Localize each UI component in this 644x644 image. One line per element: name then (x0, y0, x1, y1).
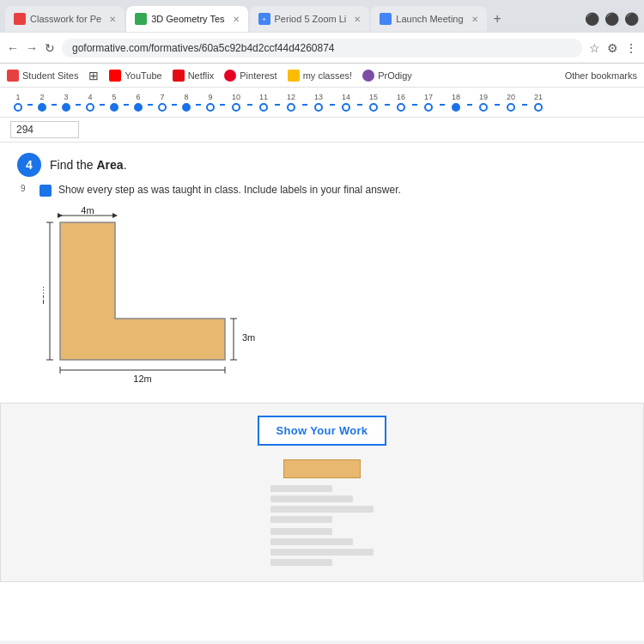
question-instruction: Show every step as was taught in class. … (58, 184, 401, 196)
question-number-circle: 4 (17, 153, 41, 177)
maximize-icon[interactable]: ⚫ (605, 12, 619, 26)
prodigy-icon (362, 70, 374, 82)
question-instruction-row: 9 Show every step as was taught in class… (17, 184, 627, 197)
question-title-bold: Area (96, 158, 123, 172)
tab-label-period5: Period 5 Zoom Li (275, 14, 347, 24)
tab-period5[interactable]: + Period 5 Zoom Li ✕ (250, 6, 370, 32)
q-nav-2[interactable]: 2 (34, 93, 50, 112)
refresh-button[interactable]: ↻ (45, 41, 55, 55)
mini-field-3 (270, 506, 374, 513)
mini-field-8 (270, 559, 332, 566)
q-nav-10[interactable]: 10 (227, 93, 246, 112)
l-shape-polygon (60, 222, 225, 360)
shape-diagram: 4m 10m 3m 12m (43, 205, 283, 394)
tab-close-geometry[interactable]: ✕ (233, 15, 240, 24)
tab-label-geometry: 3D Geometry Tes (151, 14, 224, 24)
sub-number: 9 (21, 184, 33, 193)
apps-grid-icon: ⊞ (88, 69, 99, 82)
window-controls: ⚫ ⚫ ⚫ (585, 12, 639, 26)
myclasses-icon (288, 70, 300, 82)
q-nav-7[interactable]: 7 (155, 93, 170, 112)
bookmark-netflix[interactable]: Netflix (173, 70, 215, 82)
netflix-icon (173, 70, 185, 82)
q-nav-15[interactable]: 15 (364, 93, 383, 112)
bookmark-youtube[interactable]: YouTube (109, 70, 161, 82)
mini-field-7 (270, 549, 374, 556)
q-nav-13[interactable]: 13 (309, 93, 328, 112)
menu-icon[interactable]: ⋮ (625, 41, 637, 55)
q-nav-21[interactable]: 21 (529, 93, 548, 112)
q-nav-14[interactable]: 14 (337, 93, 355, 112)
top-width-label: 4m (81, 205, 94, 216)
mini-field-4 (270, 516, 332, 523)
mini-field-6 (270, 538, 353, 545)
address-icons: ☆ ⚙ ⋮ (589, 41, 637, 55)
bookmarks-bar: Student Sites ⊞ YouTube Netflix Pinteres… (0, 64, 644, 88)
question-title: Find the Area. (50, 158, 127, 172)
bookmark-label-youtube: YouTube (125, 70, 161, 81)
q-nav-5[interactable]: 5 (106, 93, 122, 112)
q-nav-17[interactable]: 17 (419, 93, 438, 112)
mini-shape-preview (283, 459, 361, 478)
bookmark-student-sites[interactable]: Student Sites (7, 70, 78, 82)
back-button[interactable]: ← (7, 41, 19, 55)
q-nav-4[interactable]: 4 (82, 93, 98, 112)
tab-close-meeting[interactable]: ✕ (471, 15, 478, 24)
forward-button[interactable]: → (26, 41, 38, 55)
pinterest-icon (224, 70, 236, 82)
q-nav-6[interactable]: 6 (131, 93, 146, 112)
answer-input-area (0, 118, 644, 143)
main-content: 4 Find the Area. 9 Show every step as wa… (0, 143, 644, 641)
mini-form-preview (270, 459, 374, 566)
q-nav-8[interactable]: 8 (179, 93, 194, 112)
mini-field-5 (270, 528, 332, 535)
q-nav-16[interactable]: 16 (392, 93, 410, 112)
tab-launch-meeting[interactable]: Launch Meeting ✕ (371, 6, 486, 32)
new-tab-button[interactable]: + (489, 9, 507, 28)
question-navigation: 1 2 3 4 5 6 (0, 88, 644, 118)
bookmark-label-netflix: Netflix (188, 70, 215, 81)
q-nav-20[interactable]: 20 (501, 93, 520, 112)
q-nav-1[interactable]: 1 (10, 93, 26, 112)
tab-close-period5[interactable]: ✕ (354, 15, 361, 24)
mini-field-group (270, 528, 374, 566)
url-input[interactable]: goformative.com/formatives/60a5c92b4d2cc… (62, 39, 582, 58)
close-icon[interactable]: ⚫ (624, 12, 639, 26)
youtube-icon (109, 70, 121, 82)
tab-label-meeting: Launch Meeting (396, 14, 463, 24)
show-your-work-label: Show Your Work (276, 424, 368, 437)
bookmark-icon[interactable]: ☆ (589, 41, 600, 55)
q-nav-18[interactable]: 18 (447, 93, 465, 112)
q-nav-12[interactable]: 12 (282, 93, 301, 112)
q-nav-19[interactable]: 19 (474, 93, 493, 112)
bookmark-other[interactable]: Other bookmarks (565, 70, 637, 81)
mini-field-2 (270, 495, 353, 502)
tab-bar: Classwork for Pe ✕ 3D Geometry Tes ✕ + P… (0, 0, 644, 33)
tab-3d-geometry[interactable]: 3D Geometry Tes ✕ (126, 6, 247, 32)
bottom-width-label: 12m (133, 374, 151, 384)
extension-icon[interactable]: ⚙ (607, 41, 618, 55)
question-header: 4 Find the Area. (17, 153, 627, 177)
url-text: goformative.com/formatives/60a5c92b4d2cc… (72, 42, 335, 54)
bookmark-apps-icon[interactable]: ⊞ (88, 69, 99, 82)
address-bar: ← → ↻ goformative.com/formatives/60a5c92… (0, 33, 644, 64)
bookmark-myclasses[interactable]: my classes! (288, 70, 352, 82)
tab-icon-period5: + (258, 13, 270, 25)
answer-input[interactable] (10, 121, 79, 138)
q-nav-3[interactable]: 3 (58, 93, 74, 112)
bookmark-prodigy[interactable]: PrOdigy (362, 70, 412, 82)
bookmark-label-pinterest: Pinterest (240, 70, 276, 81)
l-shape-svg: 4m 10m 3m 12m (43, 205, 283, 394)
minimize-icon[interactable]: ⚫ (585, 12, 599, 26)
tab-close-classwork[interactable]: ✕ (109, 15, 116, 24)
show-your-work-button[interactable]: Show Your Work (258, 416, 387, 446)
left-height-label: 10m (43, 286, 46, 304)
show-work-section: Show Your Work (0, 403, 644, 582)
bookmark-label-prodigy: PrOdigy (378, 70, 412, 81)
q-nav-11[interactable]: 11 (254, 93, 273, 112)
tab-classwork[interactable]: Classwork for Pe ✕ (5, 6, 125, 32)
tab-label-classwork: Classwork for Pe (30, 14, 101, 24)
tab-icon-geometry (135, 13, 147, 25)
q-nav-9[interactable]: 9 (203, 93, 218, 112)
bookmark-pinterest[interactable]: Pinterest (224, 70, 276, 82)
